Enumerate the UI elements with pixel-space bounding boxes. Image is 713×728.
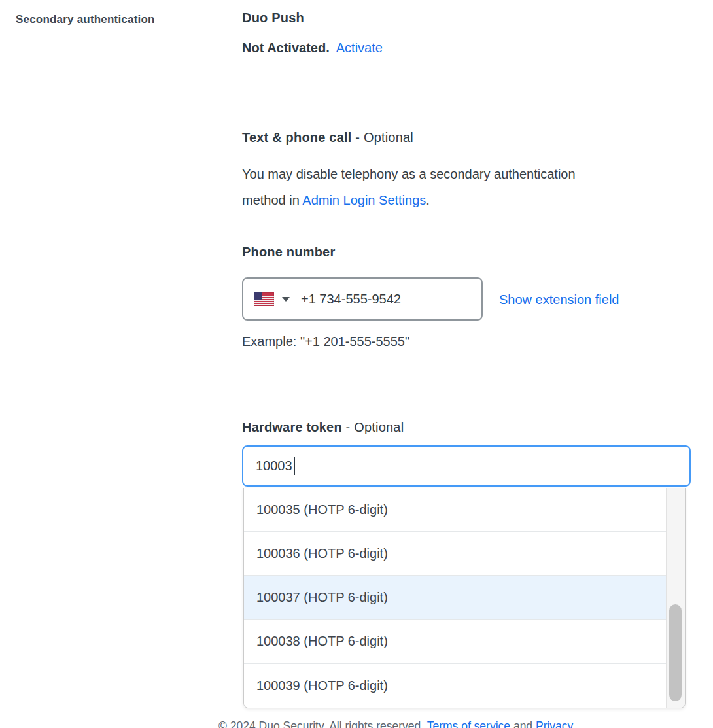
dropdown-option-highlighted[interactable]: 100037 (HOTP 6-digit)	[244, 576, 666, 619]
phone-number-value: +1 734-555-9542	[301, 292, 401, 307]
terms-of-service-link[interactable]: Terms of service	[427, 719, 510, 728]
dropdown-scrollbar-track[interactable]	[666, 488, 685, 708]
dropdown-option[interactable]: 100036 (HOTP 6-digit)	[244, 532, 666, 576]
telephony-heading-title: Text & phone call	[242, 130, 352, 145]
hardware-token-input[interactable]: 10003	[242, 445, 691, 487]
us-flag-icon	[254, 292, 274, 306]
country-selector[interactable]	[254, 292, 290, 306]
telephony-description: You may disable telephony as a secondary…	[242, 161, 618, 213]
footer-separator: and	[510, 719, 536, 728]
dropdown-option[interactable]: 100038 (HOTP 6-digit)	[244, 620, 666, 664]
hardware-token-heading: Hardware token - Optional	[242, 420, 404, 435]
dropdown-scrollbar-thumb[interactable]	[669, 604, 682, 701]
phone-example-text: Example: "+1 201-555-5555"	[242, 334, 409, 349]
telephony-optional-label: - Optional	[352, 130, 413, 145]
show-extension-field-link[interactable]: Show extension field	[499, 292, 619, 307]
duo-push-status: Not Activated.	[242, 41, 330, 55]
phone-number-field[interactable]: +1 734-555-9542	[242, 277, 483, 321]
hardware-token-heading-title: Hardware token	[242, 420, 342, 434]
privacy-link[interactable]: Privacy	[536, 719, 573, 728]
dropdown-option[interactable]: 100035 (HOTP 6-digit)	[244, 488, 666, 532]
section-divider	[242, 90, 713, 90]
dropdown-option-list: 100035 (HOTP 6-digit) 100036 (HOTP 6-dig…	[244, 488, 666, 708]
footer-text: © 2024 Duo Security. All rights reserved…	[218, 719, 573, 728]
duo-push-status-line: Not Activated.Activate	[242, 41, 383, 56]
duo-push-heading: Duo Push	[242, 10, 304, 26]
telephony-heading: Text & phone call - Optional	[242, 130, 413, 145]
phone-number-label: Phone number	[242, 245, 335, 260]
footer-copyright: © 2024 Duo Security. All rights reserved…	[218, 719, 427, 728]
dropdown-option[interactable]: 100039 (HOTP 6-digit)	[244, 664, 666, 708]
hardware-token-optional-label: - Optional	[342, 420, 404, 434]
activate-link[interactable]: Activate	[336, 41, 383, 55]
section-label-secondary-authentication: Secondary authentication	[16, 13, 155, 26]
section-divider	[242, 385, 713, 385]
admin-login-settings-link[interactable]: Admin Login Settings	[302, 193, 426, 207]
hardware-token-dropdown: 100035 (HOTP 6-digit) 100036 (HOTP 6-dig…	[243, 488, 686, 708]
telephony-description-period: .	[426, 193, 430, 207]
text-cursor	[294, 457, 295, 475]
hardware-token-input-value: 10003	[256, 459, 292, 474]
chevron-down-icon	[282, 297, 290, 302]
